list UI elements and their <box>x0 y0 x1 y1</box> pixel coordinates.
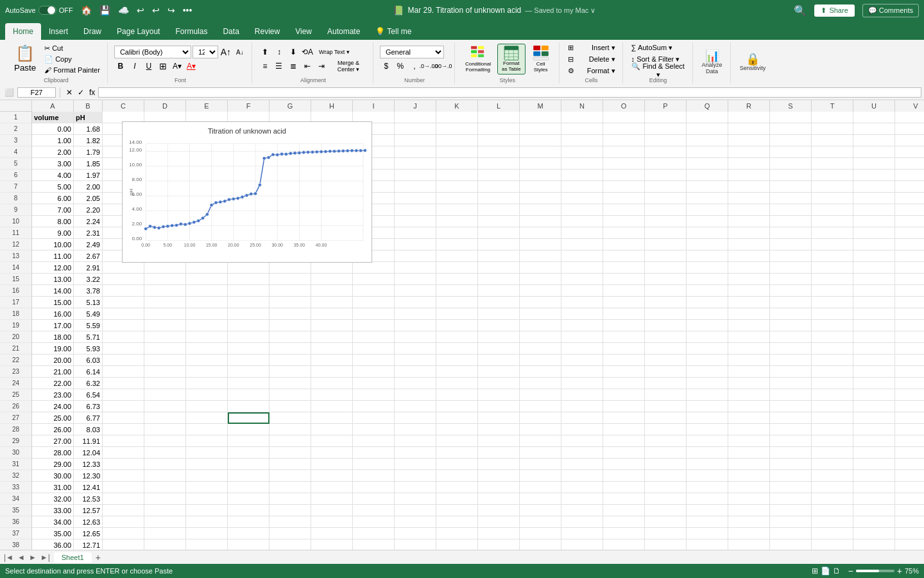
cell-r4[interactable] <box>728 146 770 158</box>
cell-i21[interactable] <box>353 343 395 355</box>
tab-view[interactable]: View <box>287 23 320 40</box>
cell-a16[interactable]: 14.00 <box>32 285 74 297</box>
tab-formulas[interactable]: Formulas <box>167 23 215 40</box>
delete-cells-button[interactable]: ⊟ Delete ▾ <box>566 54 617 64</box>
cell-d16[interactable] <box>144 285 186 297</box>
cell-j21[interactable] <box>395 343 436 355</box>
cell-q15[interactable] <box>687 274 728 285</box>
redo-icon[interactable]: ↪ <box>165 4 178 17</box>
cell-a19[interactable]: 17.00 <box>32 320 74 331</box>
cell-r17[interactable] <box>728 297 770 308</box>
cell-e26[interactable] <box>186 401 228 412</box>
cell-j26[interactable] <box>395 401 436 412</box>
cell-e34[interactable] <box>186 493 228 505</box>
cell-b16[interactable]: 3.78 <box>74 285 103 297</box>
cell-p12[interactable] <box>645 239 687 250</box>
cell-j35[interactable] <box>395 505 436 516</box>
cell-r23[interactable] <box>728 366 770 378</box>
cell-b30[interactable]: 12.04 <box>74 447 103 459</box>
cell-k14[interactable] <box>436 262 478 274</box>
cell-r33[interactable] <box>728 482 770 493</box>
cell-e32[interactable] <box>186 470 228 482</box>
cell-p21[interactable] <box>645 343 687 355</box>
cell-l30[interactable] <box>478 447 520 459</box>
cell-a7[interactable]: 5.00 <box>32 181 74 193</box>
cell-k27[interactable] <box>436 412 478 424</box>
cell-o1[interactable] <box>603 112 645 123</box>
prev-sheet-button[interactable]: ◄ <box>16 553 26 562</box>
cell-n18[interactable] <box>561 308 603 320</box>
cell-j20[interactable] <box>395 331 436 343</box>
cell-s6[interactable] <box>770 170 812 181</box>
cell-q14[interactable] <box>687 262 728 274</box>
cell-b15[interactable]: 3.22 <box>74 274 103 285</box>
cell-q19[interactable] <box>687 320 728 331</box>
row-num-13[interactable]: 13 <box>0 250 31 262</box>
cell-j19[interactable] <box>395 320 436 331</box>
row-num-30[interactable]: 30 <box>0 447 31 459</box>
cell-c21[interactable] <box>103 343 144 355</box>
cell-t12[interactable] <box>812 239 853 250</box>
cell-e25[interactable] <box>186 389 228 401</box>
row-num-31[interactable]: 31 <box>0 459 31 470</box>
cell-u31[interactable] <box>853 459 895 470</box>
cell-h27[interactable] <box>311 412 353 424</box>
cell-l37[interactable] <box>478 528 520 539</box>
cell-q1[interactable] <box>687 112 728 123</box>
cell-i34[interactable] <box>353 493 395 505</box>
cell-a2[interactable]: 0.00 <box>32 123 74 135</box>
cell-j12[interactable] <box>395 239 436 250</box>
cell-t9[interactable] <box>812 204 853 216</box>
cell-v23[interactable] <box>895 366 924 378</box>
row-num-9[interactable]: 9 <box>0 204 31 216</box>
cell-u7[interactable] <box>853 181 895 193</box>
cell-s20[interactable] <box>770 331 812 343</box>
cell-s18[interactable] <box>770 308 812 320</box>
cell-d36[interactable] <box>144 516 186 528</box>
cell-m23[interactable] <box>520 366 561 378</box>
cell-m12[interactable] <box>520 239 561 250</box>
cell-u10[interactable] <box>853 216 895 227</box>
cell-o38[interactable] <box>603 539 645 550</box>
cell-m8[interactable] <box>520 193 561 204</box>
cell-c37[interactable] <box>103 528 144 539</box>
sensitivity-button[interactable]: 🔒 Sensitivity <box>737 47 769 78</box>
cell-r9[interactable] <box>728 204 770 216</box>
cell-f25[interactable] <box>228 389 270 401</box>
cell-q5[interactable] <box>687 158 728 170</box>
cell-j3[interactable] <box>395 135 436 146</box>
cell-u37[interactable] <box>853 528 895 539</box>
cell-d23[interactable] <box>144 366 186 378</box>
cell-d35[interactable] <box>144 505 186 516</box>
cell-g23[interactable] <box>270 366 311 378</box>
cell-r28[interactable] <box>728 424 770 435</box>
cell-q9[interactable] <box>687 204 728 216</box>
find-select-button[interactable]: 🔍 Find & Select ▾ <box>629 66 687 76</box>
cell-l27[interactable] <box>478 412 520 424</box>
cell-f23[interactable] <box>228 366 270 378</box>
cell-n5[interactable] <box>561 158 603 170</box>
cell-l3[interactable] <box>478 135 520 146</box>
cell-r35[interactable] <box>728 505 770 516</box>
cell-b32[interactable]: 12.30 <box>74 470 103 482</box>
cell-h17[interactable] <box>311 297 353 308</box>
cell-r16[interactable] <box>728 285 770 297</box>
cell-f22[interactable] <box>228 355 270 366</box>
cell-l15[interactable] <box>478 274 520 285</box>
cell-l32[interactable] <box>478 470 520 482</box>
cell-e30[interactable] <box>186 447 228 459</box>
cell-e21[interactable] <box>186 343 228 355</box>
cell-u34[interactable] <box>853 493 895 505</box>
cell-s11[interactable] <box>770 227 812 239</box>
cell-k4[interactable] <box>436 146 478 158</box>
cell-r25[interactable] <box>728 389 770 401</box>
add-sheet-button[interactable]: + <box>92 552 105 563</box>
cell-i19[interactable] <box>353 320 395 331</box>
cell-o3[interactable] <box>603 135 645 146</box>
cell-q36[interactable] <box>687 516 728 528</box>
cell-n4[interactable] <box>561 146 603 158</box>
conditional-formatting-button[interactable]: ConditionalFormatting <box>461 44 495 74</box>
cell-u22[interactable] <box>853 355 895 366</box>
cell-g26[interactable] <box>270 401 311 412</box>
cell-b19[interactable]: 5.59 <box>74 320 103 331</box>
